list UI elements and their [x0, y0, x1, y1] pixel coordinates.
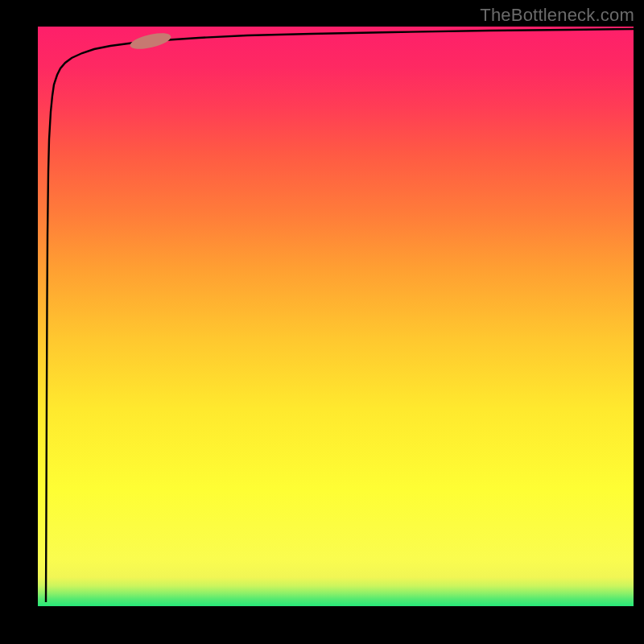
plot-area — [38, 27, 634, 606]
performance-curve — [46, 29, 634, 602]
highlight-marker — [129, 30, 172, 52]
watermark-text: TheBottleneck.com — [480, 5, 634, 26]
curve-layer — [38, 27, 634, 606]
